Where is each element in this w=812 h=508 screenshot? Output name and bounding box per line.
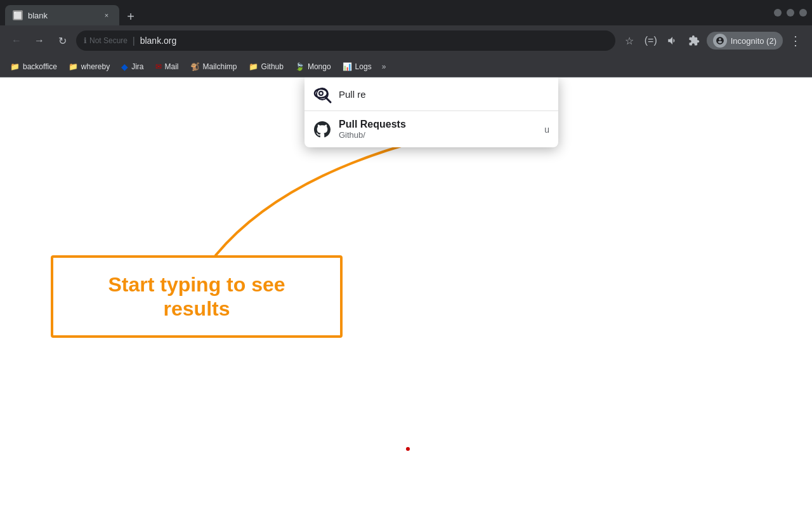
extensions-button[interactable] <box>685 32 703 50</box>
omnibox-result-text: Pull Requests Github/ <box>339 119 537 140</box>
mute-button[interactable] <box>664 32 681 50</box>
bookmark-whereby[interactable]: 📁 whereby <box>63 60 115 74</box>
bookmark-github[interactable]: 📁 Github <box>244 60 289 74</box>
folder-icon: 📁 <box>249 62 258 71</box>
bookmark-label: whereby <box>81 62 110 71</box>
info-icon: ℹ <box>84 36 87 45</box>
annotation-text: Start typing to seeresults <box>108 272 285 321</box>
bookmark-label: backoffice <box>23 62 57 71</box>
bookmark-label: Logs <box>355 62 372 71</box>
address-bar-right: ☆ (=) Incognito (2) ⋮ <box>620 32 804 50</box>
folder-icon: 📁 <box>69 62 78 71</box>
bookmarks-bar: 📁 backoffice 📁 whereby ◆ Jira ✉ Mail 🐒 M… <box>0 56 812 77</box>
omnibox-result-shortcut: u <box>544 124 549 135</box>
omnibox-result-title: Pull Requests <box>339 119 537 130</box>
security-indicator: ℹ Not Secure <box>84 36 128 45</box>
forward-button[interactable]: → <box>30 32 48 50</box>
omnibox-search-icon <box>312 84 332 104</box>
maximize-button[interactable] <box>787 9 794 17</box>
extension1-button[interactable]: (=) <box>642 32 660 50</box>
bookmark-label: Mailchimp <box>203 62 237 71</box>
bookmark-jira[interactable]: ◆ Jira <box>116 59 148 74</box>
bookmark-backoffice[interactable]: 📁 backoffice <box>5 60 62 74</box>
incognito-button[interactable]: Incognito (2) <box>707 32 783 50</box>
bookmark-mail[interactable]: ✉ Mail <box>150 60 184 74</box>
close-window-button[interactable] <box>799 9 807 17</box>
svg-point-2 <box>320 92 322 95</box>
bookmark-label: Mongo <box>308 62 331 71</box>
back-button[interactable]: ← <box>8 32 25 50</box>
menu-button[interactable]: ⋮ <box>787 32 804 50</box>
url-bar[interactable]: ℹ Not Secure | blank.org <box>76 30 615 51</box>
bookmark-mailchimp[interactable]: 🐒 Mailchimp <box>185 60 242 74</box>
github-result-icon <box>313 121 331 138</box>
title-bar: ⬜ blank × + <box>0 0 812 25</box>
bookmark-logs[interactable]: 📊 Logs <box>337 60 377 74</box>
bookmark-label: Jira <box>131 62 143 71</box>
mongo-icon: 🍃 <box>295 62 304 71</box>
minimize-button[interactable] <box>774 9 782 17</box>
reload-button[interactable]: ↻ <box>53 32 71 50</box>
incognito-label: Incognito (2) <box>731 36 776 46</box>
bookmark-star-button[interactable]: ☆ <box>620 32 638 50</box>
red-dot <box>406 447 410 451</box>
folder-icon: 📁 <box>10 62 20 71</box>
tab-close-button[interactable]: × <box>102 10 112 20</box>
chrome-window: ⬜ blank × + ← → ↻ ℹ Not Secure | blank <box>0 0 812 508</box>
tab-bar: ⬜ blank × + <box>5 0 769 25</box>
omnibox-result-item[interactable]: Pull Requests Github/ u <box>304 111 558 147</box>
omnibox-search-row <box>304 77 558 111</box>
logs-icon: 📊 <box>343 62 352 71</box>
annotation-box: Start typing to seeresults <box>51 255 343 338</box>
page-content: Pull Requests Github/ u Start typing to … <box>0 77 812 508</box>
mailchimp-icon: 🐒 <box>190 62 200 71</box>
bookmark-label: Mail <box>165 62 179 71</box>
bookmark-mongo[interactable]: 🍃 Mongo <box>290 60 336 74</box>
address-bar: ← → ↻ ℹ Not Secure | blank.org ☆ (=) <box>0 25 812 56</box>
bookmarks-overflow-button[interactable]: » <box>378 60 390 74</box>
jira-icon: ◆ <box>121 62 128 72</box>
omnibox-dropdown: Pull Requests Github/ u <box>304 77 558 147</box>
tab-title: blank <box>28 11 96 20</box>
incognito-avatar <box>713 34 727 48</box>
mail-icon: ✉ <box>155 62 162 71</box>
omnibox-result-subtitle: Github/ <box>339 130 537 140</box>
title-bar-controls <box>769 9 807 17</box>
omnibox-input[interactable] <box>339 89 551 100</box>
tab-favicon: ⬜ <box>13 10 23 20</box>
bookmark-label: Github <box>261 62 284 71</box>
url-separator: | <box>133 36 135 46</box>
active-tab[interactable]: ⬜ blank × <box>5 5 119 25</box>
new-tab-button[interactable]: + <box>122 8 140 25</box>
url-text: blank.org <box>140 36 177 46</box>
